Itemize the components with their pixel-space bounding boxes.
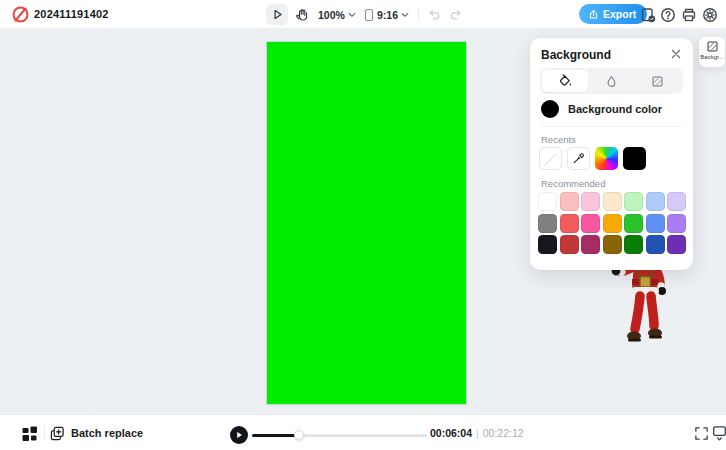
color-swatch[interactable] xyxy=(538,214,557,233)
help-icon[interactable] xyxy=(660,7,676,23)
color-swatch[interactable] xyxy=(667,214,686,233)
canvas[interactable] xyxy=(267,42,466,404)
export-icon xyxy=(588,9,599,20)
chevron-down-icon xyxy=(348,12,356,18)
rail-item-background[interactable]: Backgr... xyxy=(699,37,725,67)
aspect-ratio-icon xyxy=(364,8,374,22)
color-swatch[interactable] xyxy=(581,214,600,233)
droplet-icon xyxy=(605,75,618,88)
close-icon[interactable] xyxy=(668,46,684,62)
panel-divider xyxy=(541,126,682,127)
color-swatch[interactable] xyxy=(538,235,557,254)
export-button[interactable]: Export xyxy=(579,4,647,24)
background-panel: Background xyxy=(530,38,693,270)
timeline-play-button[interactable] xyxy=(230,426,248,444)
color-swatch[interactable] xyxy=(646,192,665,211)
toolbar-divider xyxy=(418,8,419,21)
fullscreen-icon[interactable] xyxy=(694,426,709,441)
select-tool-icon xyxy=(271,8,284,21)
color-swatch[interactable] xyxy=(603,235,622,254)
print-icon[interactable] xyxy=(681,7,697,23)
tab-image[interactable] xyxy=(635,70,681,92)
tracks-icon[interactable] xyxy=(22,426,38,442)
zoom-level-dropdown[interactable]: 100% xyxy=(318,0,356,29)
device-check-icon[interactable] xyxy=(640,7,656,23)
color-swatch[interactable] xyxy=(581,235,600,254)
aspect-ratio-dropdown[interactable]: 9:16 xyxy=(364,0,409,29)
color-swatch[interactable] xyxy=(624,192,643,211)
hatched-square-icon xyxy=(706,40,719,53)
color-swatch[interactable] xyxy=(603,192,622,211)
hatched-square-icon xyxy=(651,75,664,88)
color-swatch[interactable] xyxy=(538,192,557,211)
color-swatch[interactable] xyxy=(603,214,622,233)
play-icon xyxy=(235,431,243,439)
recents-label: Recents xyxy=(541,134,576,145)
time-display: 00:06:04 | 00:22:12 xyxy=(430,415,524,450)
tab-fill-color[interactable] xyxy=(542,70,588,92)
color-swatch[interactable] xyxy=(624,214,643,233)
background-color-row[interactable]: Background color xyxy=(541,100,662,118)
rail-item-label: Backgr... xyxy=(700,54,723,60)
undo-icon xyxy=(427,8,441,22)
zoom-level-value: 100% xyxy=(318,9,345,21)
color-swatch[interactable] xyxy=(560,192,579,211)
eyedropper-icon xyxy=(572,152,585,165)
background-color-label: Background color xyxy=(568,103,662,115)
project-title: 202411191402 xyxy=(34,0,109,29)
redo-button[interactable] xyxy=(446,4,466,25)
total-time: 00:22:12 xyxy=(483,427,524,439)
top-toolbar: 202411191402 100% 9:16 xyxy=(0,0,726,29)
display-icon[interactable] xyxy=(712,425,726,442)
panel-title: Background xyxy=(541,48,611,62)
color-swatch[interactable] xyxy=(646,214,665,233)
recent-color-swatch[interactable] xyxy=(623,147,646,170)
hand-tool-button[interactable] xyxy=(291,4,313,25)
paint-bucket-icon xyxy=(558,74,573,89)
batch-replace-icon xyxy=(50,426,65,441)
color-swatch[interactable] xyxy=(667,235,686,254)
spectrum-swatch[interactable] xyxy=(595,147,618,170)
undo-button[interactable] xyxy=(424,4,444,25)
recents-row xyxy=(539,147,646,170)
time-separator: | xyxy=(476,427,479,439)
background-tabs xyxy=(540,68,683,94)
timeline-handle[interactable] xyxy=(294,430,304,440)
color-swatch[interactable] xyxy=(667,192,686,211)
batch-replace-label: Batch replace xyxy=(71,427,143,439)
recommended-label: Recommended xyxy=(541,178,605,189)
color-swatch[interactable] xyxy=(624,235,643,254)
redo-icon xyxy=(449,8,463,22)
recommended-grid xyxy=(538,192,686,254)
bottom-toolbar: Batch replace 00:06:04 | 00:22:12 xyxy=(0,414,726,450)
color-swatch[interactable] xyxy=(560,214,579,233)
chevron-down-icon xyxy=(401,12,409,18)
select-tool-button[interactable] xyxy=(266,4,288,25)
export-label: Export xyxy=(603,8,636,20)
batch-replace-button[interactable]: Batch replace xyxy=(50,422,143,444)
color-swatch[interactable] xyxy=(560,235,579,254)
aspect-ratio-value: 9:16 xyxy=(377,9,398,21)
settings-icon[interactable] xyxy=(702,7,718,23)
hand-tool-icon xyxy=(295,8,309,22)
app-logo-icon[interactable] xyxy=(11,5,30,24)
app-window: 202411191402 100% 9:16 xyxy=(0,0,726,450)
current-time: 00:06:04 xyxy=(430,427,472,439)
eyedropper-swatch[interactable] xyxy=(567,147,590,170)
timeline-progress-fill xyxy=(252,434,299,437)
bottombar-divider xyxy=(44,426,45,439)
color-swatch[interactable] xyxy=(646,235,665,254)
transparent-swatch[interactable] xyxy=(539,147,562,170)
background-color-swatch[interactable] xyxy=(541,100,559,118)
timeline-slider[interactable] xyxy=(252,434,427,437)
tab-gradient[interactable] xyxy=(588,70,634,92)
color-swatch[interactable] xyxy=(581,192,600,211)
